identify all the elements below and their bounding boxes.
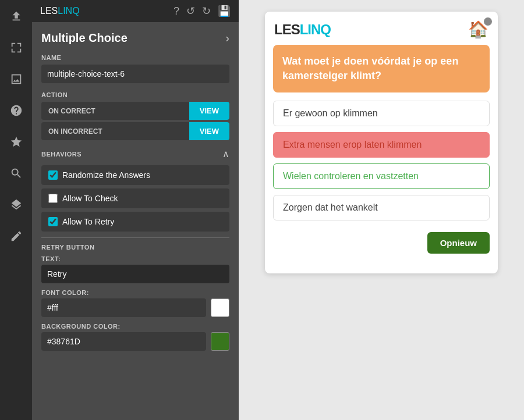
font-color-swatch[interactable] xyxy=(211,298,229,317)
name-label: NAME xyxy=(41,54,229,61)
preview-logo-linq: LINQ xyxy=(300,22,331,37)
allow-check-label: Allow To Check xyxy=(62,194,118,203)
on-correct-row: ON CORRECT VIEW xyxy=(41,102,229,120)
preview-footer: Opnieuw xyxy=(265,226,498,263)
answer-option-2[interactable]: Extra mensen erop laten klimmen xyxy=(273,132,490,158)
preview-logo-les: LES xyxy=(274,22,300,37)
behaviors-label: BEHAVIORS xyxy=(41,151,82,158)
question-box: Wat moet je doen vóórdat je op een kamer… xyxy=(273,45,490,92)
undo-icon[interactable]: ↺ xyxy=(186,5,195,17)
bg-color-swatch[interactable] xyxy=(211,332,229,351)
resize-icon[interactable] xyxy=(6,37,27,58)
panel-topbar: LESLINQ ? ↺ ↻ 💾 xyxy=(32,0,239,22)
close-dot[interactable] xyxy=(484,17,492,26)
star-icon[interactable] xyxy=(6,131,27,152)
question-text: Wat moet je doen vóórdat je op een kamer… xyxy=(282,54,480,83)
panel-title-row: Multiple Choice › xyxy=(41,31,229,45)
name-input[interactable] xyxy=(41,65,229,83)
on-incorrect-view-button[interactable]: VIEW xyxy=(189,122,229,140)
side-panel: LESLINQ ? ↺ ↻ 💾 Multiple Choice › NAME A… xyxy=(32,0,239,420)
topbar-icons: ? ↺ ↻ 💾 xyxy=(174,5,231,17)
answer-option-1[interactable]: Er gewoon op klimmen xyxy=(273,101,490,126)
allow-retry-row: Allow To Retry xyxy=(41,212,229,232)
main-area: LESLINQ 🏠 Wat moet je doen vóórdat je op… xyxy=(239,0,524,420)
font-color-input[interactable] xyxy=(41,298,206,317)
panel-logo: LESLINQ xyxy=(40,6,80,16)
collapse-button[interactable]: ∧ xyxy=(222,148,229,159)
logo-les: LES xyxy=(40,6,58,16)
on-correct-label: ON CORRECT xyxy=(41,102,189,120)
allow-retry-label: Allow To Retry xyxy=(62,217,114,226)
answer-option-4[interactable]: Zorgen dat het wankelt xyxy=(273,195,490,220)
action-section: ON CORRECT VIEW ON INCORRECT VIEW xyxy=(41,102,229,140)
upload-icon[interactable] xyxy=(6,6,27,27)
text-sub-label: TEXT: xyxy=(41,255,229,262)
save-icon[interactable]: 💾 xyxy=(218,5,231,17)
redo-icon[interactable]: ↻ xyxy=(202,5,211,17)
edit-icon[interactable] xyxy=(6,226,27,247)
layers-icon[interactable] xyxy=(6,194,27,215)
preview-logo: LESLINQ xyxy=(274,22,331,38)
panel-title: Multiple Choice xyxy=(41,31,128,45)
retry-button-label: RETRY BUTTON xyxy=(41,244,229,251)
bg-color-input[interactable] xyxy=(41,332,206,351)
retry-text-input[interactable] xyxy=(41,265,229,283)
bg-color-row xyxy=(41,332,229,351)
on-correct-view-button[interactable]: VIEW xyxy=(189,102,229,120)
behaviors-header: BEHAVIORS ∧ xyxy=(41,148,229,159)
retry-button-section: RETRY BUTTON TEXT: FONT COLOR: BACKGROUN… xyxy=(41,237,229,351)
icon-bar xyxy=(0,0,32,420)
on-incorrect-label: ON INCORRECT xyxy=(41,123,189,140)
back-button[interactable]: › xyxy=(225,31,229,45)
randomize-label: Randomize the Answers xyxy=(62,170,150,180)
question-icon[interactable] xyxy=(6,100,27,121)
bg-color-label: BACKGROUND COLOR: xyxy=(41,323,229,330)
preview-card: LESLINQ 🏠 Wat moet je doen vóórdat je op… xyxy=(265,12,498,273)
allow-retry-checkbox[interactable] xyxy=(48,217,58,226)
preview-header: LESLINQ 🏠 xyxy=(265,12,498,45)
answer-option-3[interactable]: Wielen controleren en vastzetten xyxy=(273,163,490,189)
search-icon[interactable] xyxy=(6,163,27,184)
image-icon[interactable] xyxy=(6,69,27,90)
opnieuw-button[interactable]: Opnieuw xyxy=(427,232,490,254)
allow-check-checkbox[interactable] xyxy=(48,194,58,203)
panel-content: Multiple Choice › NAME ACTION ON CORRECT… xyxy=(32,22,239,420)
allow-check-row: Allow To Check xyxy=(41,188,229,208)
randomize-checkbox[interactable] xyxy=(48,170,58,180)
action-label: ACTION xyxy=(41,91,229,98)
logo-linq: LINQ xyxy=(58,6,79,16)
randomize-row: Randomize the Answers xyxy=(41,165,229,185)
divider-1 xyxy=(41,237,229,238)
on-incorrect-row: ON INCORRECT VIEW xyxy=(41,122,229,140)
help-icon[interactable]: ? xyxy=(174,5,179,17)
font-color-row xyxy=(41,298,229,317)
font-color-label: FONT COLOR: xyxy=(41,289,229,296)
